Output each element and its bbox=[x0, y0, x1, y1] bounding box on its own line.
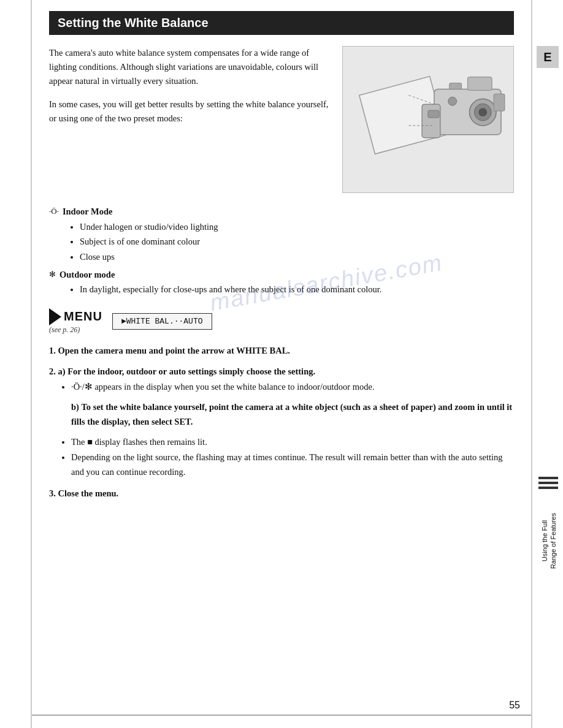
svg-point-9 bbox=[448, 97, 457, 105]
instr-2b-bullet2: Depending on the light source, the flash… bbox=[71, 450, 514, 480]
camera-image bbox=[342, 46, 514, 193]
sidebar-line-3 bbox=[538, 487, 558, 489]
bottom-border bbox=[32, 715, 531, 716]
outdoor-mode-label: Outdoor mode bbox=[59, 267, 115, 282]
instr-2b-header: b) To set the white balance yourself, po… bbox=[71, 400, 514, 430]
instr-2b-bullet1: The ■ display flashes then remains lit. bbox=[71, 434, 514, 450]
instr-num-3: 3. bbox=[49, 488, 56, 498]
indoor-mode-label: Indoor Mode bbox=[63, 204, 113, 219]
outdoor-icon: ✻ bbox=[49, 268, 56, 281]
instr-2a: 2. a) For the indoor, outdoor or auto se… bbox=[49, 364, 514, 379]
menu-display-box: ►WHITE BAL.··AUTO bbox=[112, 313, 212, 330]
menu-label: MENU bbox=[64, 309, 102, 324]
intro-text: The camera's auto white balance system c… bbox=[49, 46, 331, 193]
menu-icon-row: MENU bbox=[49, 308, 102, 325]
indoor-item-3: Close ups bbox=[80, 249, 514, 265]
instruction-1: 1. Open the camera menu and point the ar… bbox=[49, 343, 514, 358]
sidebar-line-2 bbox=[538, 482, 558, 484]
svg-rect-3 bbox=[422, 104, 440, 138]
outdoor-item-1: In daylight, especially for close-ups an… bbox=[80, 282, 514, 297]
right-bar: E Using the Full Range of Features bbox=[531, 0, 563, 728]
sidebar-line-1 bbox=[538, 477, 558, 479]
instruction-2: 2. a) For the indoor, outdoor or auto se… bbox=[49, 364, 514, 479]
instr-2b-bullets: The ■ display flashes then remains lit. … bbox=[71, 434, 514, 480]
indoor-icon: ·Ö· bbox=[49, 205, 59, 218]
instr-num-2: 2. bbox=[49, 366, 56, 376]
section-header: Setting the White Balance bbox=[49, 11, 514, 35]
outdoor-mode-list: In daylight, especially for close-ups an… bbox=[80, 282, 514, 297]
e-badge: E bbox=[537, 46, 559, 68]
instructions: 1. Open the camera menu and point the ar… bbox=[49, 343, 514, 501]
page-number: 55 bbox=[509, 700, 520, 711]
instr-label-a: a) bbox=[58, 366, 66, 376]
instr-label-b: b) bbox=[71, 402, 79, 412]
sidebar-text-line1: Using the Full bbox=[541, 520, 548, 561]
instr-text-2a: For the indoor, outdoor or auto settings… bbox=[67, 366, 315, 376]
instr-text-2b: To set the white balance yourself, point… bbox=[71, 402, 512, 427]
instr-2a-bullet1: ·Ö·/✻ appears in the display when you se… bbox=[71, 379, 514, 395]
instruction-3: 3. Close the menu. bbox=[49, 486, 514, 501]
indoor-mode-list: Under halogen or studio/video lighting S… bbox=[80, 219, 514, 265]
intro-para1: The camera's auto white balance system c… bbox=[49, 46, 331, 89]
outdoor-mode-header: ✻ Outdoor mode bbox=[49, 267, 514, 282]
svg-point-6 bbox=[478, 108, 487, 116]
play-triangle-icon bbox=[49, 308, 61, 325]
top-section: The camera's auto white balance system c… bbox=[49, 46, 514, 193]
modes-section: ·Ö· Indoor Mode Under halogen or studio/… bbox=[49, 204, 514, 297]
svg-rect-8 bbox=[450, 83, 462, 89]
main-content: Setting the White Balance The camera's a… bbox=[32, 0, 531, 532]
instr-num-1: 1. bbox=[49, 346, 56, 355]
svg-rect-11 bbox=[494, 94, 505, 111]
sidebar-text-line2: Range of Features bbox=[550, 513, 557, 569]
menu-icon-block: MENU (see p. 26) bbox=[49, 308, 102, 335]
menu-section: MENU (see p. 26) ►WHITE BAL.··AUTO bbox=[49, 308, 514, 335]
sidebar-text: Using the Full Range of Features bbox=[540, 513, 558, 569]
sidebar-lines bbox=[538, 477, 558, 489]
left-bar bbox=[0, 0, 32, 728]
indoor-mode-header: ·Ö· Indoor Mode bbox=[49, 204, 514, 219]
instr-2a-bullets: ·Ö·/✻ appears in the display when you se… bbox=[71, 379, 514, 395]
svg-rect-10 bbox=[428, 110, 439, 118]
indoor-item-2: Subject is of one dominant colour bbox=[80, 234, 514, 249]
indoor-item-1: Under halogen or studio/video lighting bbox=[80, 219, 514, 235]
intro-para2: In some cases, you will get better resul… bbox=[49, 97, 331, 126]
menu-sub: (see p. 26) bbox=[49, 325, 80, 335]
instr-text-3: Close the menu. bbox=[58, 488, 119, 498]
svg-rect-7 bbox=[467, 77, 492, 91]
instr-text-1: Open the camera menu and point the arrow… bbox=[58, 346, 291, 355]
